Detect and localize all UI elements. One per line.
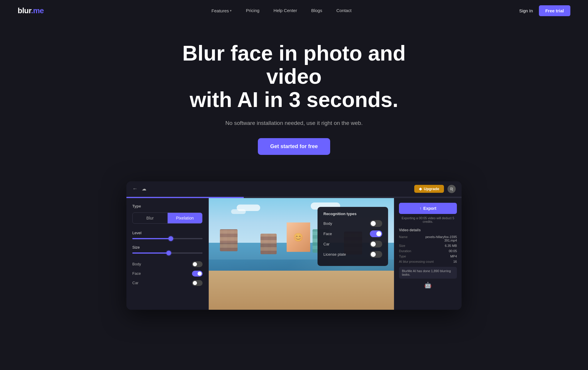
preview-main: Type Blur Pixelation Level Size bbox=[126, 198, 462, 310]
detail-size-value: 6.35 MB bbox=[445, 244, 457, 247]
face-label: Face bbox=[323, 232, 332, 236]
detail-type-row: Type MP4 bbox=[399, 255, 457, 258]
logo-blur-text: blur bbox=[18, 6, 31, 15]
car-label: Car bbox=[323, 242, 330, 246]
level-fill bbox=[132, 238, 171, 239]
car-thumb-small bbox=[193, 281, 197, 285]
sign-in-button[interactable]: Sign In bbox=[519, 8, 533, 13]
level-thumb[interactable] bbox=[168, 236, 173, 241]
avatar-text: 0| bbox=[450, 187, 453, 191]
blogs-label: Blogs bbox=[311, 8, 322, 13]
video-area: 😊 Recognition types Body Face bbox=[209, 198, 394, 310]
blogs-link[interactable]: Blogs bbox=[311, 8, 322, 13]
cloud-icon[interactable]: ☁ bbox=[142, 186, 146, 192]
detail-ai-count-row: AI blur processing count 16 bbox=[399, 260, 457, 263]
face-thumb-small bbox=[198, 272, 202, 276]
navbar: blur.me Features ▾ Pricing Help Center B… bbox=[0, 0, 588, 21]
nav-links: Features ▾ Pricing Help Center Blogs Con… bbox=[211, 8, 351, 13]
topbar-right: ◆ Upgrade 0| bbox=[414, 185, 456, 193]
body-thumb-small bbox=[193, 262, 197, 266]
detail-type-key: Type bbox=[399, 255, 406, 258]
features-link[interactable]: Features ▾ bbox=[211, 8, 232, 13]
extra-row-body: Body bbox=[132, 259, 203, 269]
help-center-link[interactable]: Help Center bbox=[273, 8, 297, 13]
preview-wrapper: ← ☁ ◆ Upgrade 0| Type Bl bbox=[0, 181, 588, 327]
recognition-row-plate: License plate bbox=[323, 251, 382, 258]
size-thumb[interactable] bbox=[166, 251, 171, 255]
ai-message: BlurMe AI has done 1,890 blurring tasks. bbox=[399, 267, 457, 279]
detected-face: 😊 bbox=[287, 222, 310, 252]
detail-name-value: pexels-hillaryfox-1595391.mp4 bbox=[425, 235, 457, 242]
back-icon[interactable]: ← bbox=[132, 186, 138, 192]
car-toggle-small[interactable] bbox=[192, 280, 203, 286]
pricing-label: Pricing bbox=[246, 8, 259, 13]
detail-size-row: Size 6.35 MB bbox=[399, 244, 457, 247]
help-center-label: Help Center bbox=[273, 8, 297, 13]
export-button[interactable]: ↑ Export bbox=[399, 203, 457, 214]
right-panel: ↑ Export Exporting a 00:05 video will de… bbox=[394, 198, 462, 310]
gem-icon: ◆ bbox=[419, 187, 422, 191]
license-plate-toggle[interactable] bbox=[370, 251, 382, 258]
preview-topbar: ← ☁ ◆ Upgrade 0| bbox=[126, 181, 462, 197]
body-toggle-small[interactable] bbox=[192, 261, 203, 267]
license-plate-label: License plate bbox=[323, 252, 346, 257]
nav-item-help[interactable]: Help Center bbox=[273, 8, 297, 13]
pixelated-figure-1 bbox=[220, 229, 238, 251]
detail-name-row: Name pexels-hillaryfox-1595391.mp4 bbox=[399, 235, 457, 242]
video-details-title: Video details bbox=[399, 228, 457, 232]
pixelated-figure-2 bbox=[260, 234, 277, 254]
extra-face-label: Face bbox=[132, 271, 141, 276]
app-preview: ← ☁ ◆ Upgrade 0| Type Bl bbox=[126, 181, 462, 310]
detail-duration-row: Duration 00:05 bbox=[399, 249, 457, 253]
left-panel: Type Blur Pixelation Level Size bbox=[126, 198, 209, 310]
face-toggle[interactable] bbox=[370, 230, 382, 237]
get-started-button[interactable]: Get started for free bbox=[258, 138, 330, 155]
features-label: Features bbox=[211, 8, 229, 13]
detail-ai-count-key: AI blur processing count bbox=[399, 260, 434, 263]
pricing-link[interactable]: Pricing bbox=[246, 8, 259, 13]
body-label: Body bbox=[323, 221, 332, 226]
hero-heading-line2: with AI in 3 seconds. bbox=[190, 88, 398, 111]
extra-row-car: Car bbox=[132, 278, 203, 288]
extra-row-face: Face bbox=[132, 269, 203, 278]
nav-item-pricing[interactable]: Pricing bbox=[246, 8, 259, 13]
nav-item-contact[interactable]: Contact bbox=[336, 8, 352, 13]
nav-item-features[interactable]: Features ▾ bbox=[211, 8, 232, 13]
free-trial-button[interactable]: Free trial bbox=[539, 5, 570, 16]
detail-name-key: Name bbox=[399, 235, 407, 242]
chevron-down-icon: ▾ bbox=[230, 9, 232, 13]
size-fill bbox=[132, 252, 169, 254]
bot-icon: 🤖 bbox=[399, 282, 457, 289]
recognition-panel: Recognition types Body Face bbox=[318, 207, 388, 266]
recognition-row-car: Car bbox=[323, 241, 382, 247]
size-slider[interactable] bbox=[132, 252, 203, 254]
recognition-row-body: Body bbox=[323, 220, 382, 227]
car-toggle-thumb bbox=[371, 242, 376, 247]
export-note: Exporting a 00:05 video will deduct 5 cr… bbox=[399, 216, 457, 223]
license-toggle-thumb bbox=[371, 252, 376, 257]
extra-car-label: Car bbox=[132, 281, 138, 285]
hero-heading: Blur face in photo and video with AI in … bbox=[162, 42, 426, 112]
detail-ai-count-value: 16 bbox=[453, 260, 457, 263]
extra-panel: Body Face Car bbox=[132, 259, 203, 288]
nav-item-blogs[interactable]: Blogs bbox=[311, 8, 322, 13]
car-toggle[interactable] bbox=[370, 241, 382, 247]
contact-link[interactable]: Contact bbox=[336, 8, 352, 13]
face-toggle-small[interactable] bbox=[192, 271, 203, 277]
level-slider[interactable] bbox=[132, 238, 203, 239]
topbar-left: ← ☁ bbox=[132, 186, 146, 192]
type-section-title: Type bbox=[132, 204, 203, 208]
export-icon: ↑ bbox=[420, 206, 422, 211]
level-label: Level bbox=[132, 231, 203, 235]
contact-label: Contact bbox=[336, 8, 352, 13]
pixelation-type-button[interactable]: Pixelation bbox=[168, 213, 203, 223]
detail-duration-value: 00:05 bbox=[449, 249, 457, 253]
logo[interactable]: blur.me bbox=[18, 6, 44, 15]
detail-duration-key: Duration bbox=[399, 249, 411, 253]
export-label: Export bbox=[423, 206, 436, 211]
detail-type-value: MP4 bbox=[450, 255, 457, 258]
blur-type-button[interactable]: Blur bbox=[133, 213, 168, 223]
cloud-2 bbox=[231, 209, 246, 214]
body-toggle[interactable] bbox=[370, 220, 382, 227]
upgrade-button[interactable]: ◆ Upgrade bbox=[414, 185, 444, 193]
